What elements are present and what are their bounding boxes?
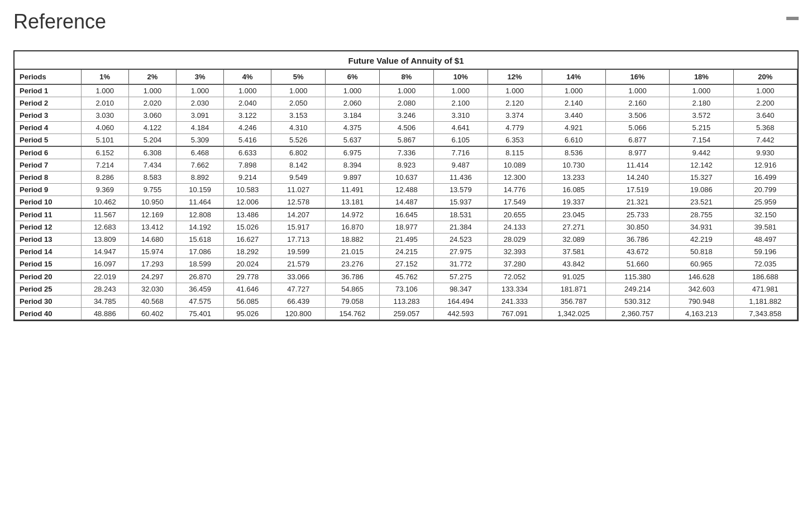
table-cell: 7.662 <box>176 159 224 171</box>
col-header-5pct: 5% <box>271 70 326 85</box>
col-header-18pct: 18% <box>670 70 733 85</box>
table-cell: 17.519 <box>605 184 669 196</box>
table-cell: 5.526 <box>271 134 326 147</box>
table-cell: 29.778 <box>224 270 271 283</box>
table-cell: 36.786 <box>605 233 669 246</box>
table-cell: 14.776 <box>488 184 542 196</box>
table-cell: 13.486 <box>224 208 271 221</box>
table-cell: 14.972 <box>326 208 380 221</box>
col-header-12pct: 12% <box>488 70 542 85</box>
minimize-button[interactable] <box>786 17 799 20</box>
table-cell: 72.052 <box>488 270 542 283</box>
table-cell: 164.494 <box>433 295 488 308</box>
table-cell: 28.029 <box>488 233 542 246</box>
table-cell: 11.567 <box>81 208 128 221</box>
table-row: Period 77.2147.4347.6627.8988.1428.3948.… <box>15 159 797 171</box>
table-cell: 16.870 <box>326 221 380 233</box>
col-header-16pct: 16% <box>605 70 669 85</box>
table-cell: 66.439 <box>271 295 326 308</box>
table-cell: 3.310 <box>433 109 488 122</box>
table-cell: 17.549 <box>488 196 542 209</box>
table-cell: 8.536 <box>542 146 605 159</box>
table-cell: 1,181.882 <box>733 295 797 308</box>
table-cell: 33.066 <box>271 270 326 283</box>
table-row: Period 88.2868.5838.8929.2149.5499.89710… <box>15 171 797 184</box>
table-cell: 7,343.858 <box>733 308 797 320</box>
row-label-period-3: Period 3 <box>15 109 82 122</box>
table-cell: 48.886 <box>81 308 128 320</box>
table-row: Period 1414.94715.97417.08618.29219.5992… <box>15 246 797 258</box>
table-cell: 20.799 <box>733 184 797 196</box>
table-cell: 12.006 <box>224 196 271 209</box>
table-cell: 7.214 <box>81 159 128 171</box>
table-row: Period 4048.88660.40275.40195.026120.800… <box>15 308 797 320</box>
table-cell: 3.030 <box>81 109 128 122</box>
table-cell: 9.487 <box>433 159 488 171</box>
row-label-period-12: Period 12 <box>15 221 82 233</box>
table-cell: 8.583 <box>128 171 176 184</box>
table-cell: 5.101 <box>81 134 128 147</box>
table-cell: 4.375 <box>326 122 380 134</box>
table-cell: 2.100 <box>433 97 488 109</box>
table-cell: 32.030 <box>128 283 176 295</box>
table-cell: 4.060 <box>81 122 128 134</box>
table-cell: 5.309 <box>176 134 224 147</box>
table-cell: 23.276 <box>326 258 380 271</box>
table-cell: 56.085 <box>224 295 271 308</box>
table-cell: 1.000 <box>542 84 605 97</box>
table-cell: 43.842 <box>542 258 605 271</box>
table-cell: 2.020 <box>128 97 176 109</box>
table-cell: 4.641 <box>433 122 488 134</box>
table-row: Period 22.0102.0202.0302.0402.0502.0602.… <box>15 97 797 109</box>
table-cell: 8.394 <box>326 159 380 171</box>
col-header-4pct: 4% <box>224 70 271 85</box>
table-cell: 15.327 <box>670 171 733 184</box>
table-row: Period 1516.09717.29318.59920.02421.5792… <box>15 258 797 271</box>
table-cell: 7.154 <box>670 134 733 147</box>
table-cell: 3.440 <box>542 109 605 122</box>
table-cell: 37.581 <box>542 246 605 258</box>
table-cell: 39.581 <box>733 221 797 233</box>
table-cell: 12.300 <box>488 171 542 184</box>
table-cell: 9.369 <box>81 184 128 196</box>
table-cell: 5.066 <box>605 122 669 134</box>
table-cell: 10.637 <box>380 171 434 184</box>
table-cell: 25.733 <box>605 208 669 221</box>
table-cell: 7.442 <box>733 134 797 147</box>
table-cell: 3.246 <box>380 109 434 122</box>
table-cell: 32.089 <box>542 233 605 246</box>
table-cell: 32.150 <box>733 208 797 221</box>
table-cell: 2.140 <box>542 97 605 109</box>
table-row: Period 1313.80914.68015.61816.62717.7131… <box>15 233 797 246</box>
table-row: Period 55.1015.2045.3095.4165.5265.6375.… <box>15 134 797 147</box>
table-cell: 21.015 <box>326 246 380 258</box>
table-cell: 45.762 <box>380 270 434 283</box>
table-cell: 17.086 <box>176 246 224 258</box>
table-cell: 15.026 <box>224 221 271 233</box>
table-cell: 72.035 <box>733 258 797 271</box>
table-cell: 24.297 <box>128 270 176 283</box>
table-cell: 2.050 <box>271 97 326 109</box>
table-cell: 3.506 <box>605 109 669 122</box>
table-row: Period 3034.78540.56847.57556.08566.4397… <box>15 295 797 308</box>
table-cell: 13.233 <box>542 171 605 184</box>
table-cell: 17.713 <box>271 233 326 246</box>
table-cell: 5.215 <box>670 122 733 134</box>
table-cell: 1.000 <box>605 84 669 97</box>
table-cell: 6.633 <box>224 146 271 159</box>
table-cell: 16.627 <box>224 233 271 246</box>
table-cell: 5.368 <box>733 122 797 134</box>
col-header-2pct: 2% <box>128 70 176 85</box>
table-cell: 8.923 <box>380 159 434 171</box>
table-cell: 9.930 <box>733 146 797 159</box>
row-label-period-14: Period 14 <box>15 246 82 258</box>
table-cell: 2.200 <box>733 97 797 109</box>
table-cell: 60.965 <box>670 258 733 271</box>
table-cell: 19.086 <box>670 184 733 196</box>
table-row: Period 1010.46210.95011.46412.00612.5781… <box>15 196 797 209</box>
table-cell: 2.120 <box>488 97 542 109</box>
table-cell: 3.572 <box>670 109 733 122</box>
table-cell: 18.292 <box>224 246 271 258</box>
table-cell: 3.060 <box>128 109 176 122</box>
table-cell: 1.000 <box>128 84 176 97</box>
